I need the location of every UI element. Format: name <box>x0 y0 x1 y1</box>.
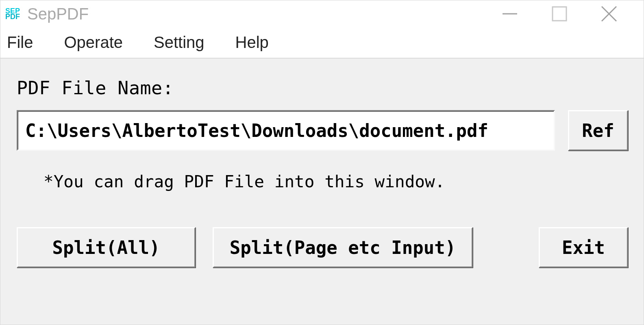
action-row: Split(All) Split(Page etc Input) Exit <box>17 227 628 268</box>
file-row: Ref <box>17 110 628 151</box>
window-controls <box>500 6 641 22</box>
svg-rect-1 <box>553 7 566 21</box>
titlebar[interactable]: SEP PDF SepPDF <box>0 0 644 27</box>
ref-button[interactable]: Ref <box>568 110 628 151</box>
menu-operate[interactable]: Operate <box>64 33 123 52</box>
split-page-button[interactable]: Split(Page etc Input) <box>213 227 473 268</box>
exit-button[interactable]: Exit <box>539 227 628 268</box>
split-all-button[interactable]: Split(All) <box>17 227 196 268</box>
window-title: SepPDF <box>27 5 89 23</box>
main-window: SEP PDF SepPDF File Operate Setting Help… <box>0 0 644 325</box>
maximize-icon <box>551 6 568 22</box>
menu-help[interactable]: Help <box>235 33 269 52</box>
drag-hint: *You can drag PDF File into this window. <box>44 172 628 191</box>
close-icon <box>600 5 618 23</box>
menubar: File Operate Setting Help <box>0 27 644 58</box>
minimize-icon <box>501 5 519 23</box>
file-path-input[interactable] <box>17 110 555 151</box>
minimize-button[interactable] <box>500 6 520 22</box>
filename-label: PDF File Name: <box>17 77 628 99</box>
maximize-button[interactable] <box>549 6 570 22</box>
icon-line2: PDF <box>5 14 22 20</box>
menu-file[interactable]: File <box>7 33 33 52</box>
content-area: PDF File Name: Ref *You can drag PDF Fil… <box>0 58 644 325</box>
close-button[interactable] <box>599 6 619 22</box>
app-icon: SEP PDF <box>5 5 22 22</box>
menu-setting[interactable]: Setting <box>154 33 205 52</box>
